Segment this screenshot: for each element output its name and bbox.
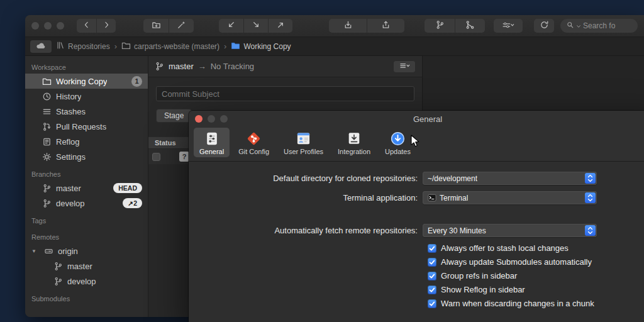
sliders-icon (501, 21, 515, 31)
dropdown-value: ~/development (428, 174, 477, 183)
dropdown-select[interactable]: Terminal (423, 191, 597, 204)
sidebar-branch-master[interactable]: master HEAD (25, 180, 148, 196)
breadcrumb-repository[interactable]: carparts-website (master) (121, 42, 219, 52)
fetch-interval-dropdown: Automatically fetch remote repositories:… (189, 224, 644, 237)
search-input[interactable] (583, 21, 632, 30)
sidebar-badge: HEAD (113, 183, 142, 193)
dropdown-value: Every 30 Minutes (428, 226, 486, 235)
cloud-button[interactable] (30, 40, 52, 53)
pull-button[interactable] (219, 19, 243, 33)
wand-icon (177, 20, 186, 31)
add-repository-button[interactable] (143, 19, 169, 33)
refresh-button[interactable] (534, 19, 554, 33)
file-checkbox[interactable] (152, 153, 160, 161)
checkbox-update-submodules[interactable]: Always update Submodules automatically (428, 257, 644, 267)
breadcrumb-separator: › (114, 42, 117, 51)
minimize-window-button[interactable] (44, 22, 52, 30)
fetch-button[interactable] (243, 19, 268, 33)
view-options-button[interactable] (494, 19, 523, 33)
breadcrumb-repositories[interactable]: Repositories (56, 41, 110, 52)
sidebar-item-stashes[interactable]: Stashes (25, 104, 148, 119)
sidebar-branch-develop[interactable]: develop ↗2 (25, 196, 148, 211)
dropdown-select[interactable]: ~/development (423, 172, 597, 185)
sidebar-badge: 1 (131, 76, 142, 87)
sidebar-item-pull-requests[interactable]: Pull Requests (25, 119, 148, 134)
tab-general[interactable]: General (194, 128, 230, 157)
sidebar-item-settings[interactable]: Settings (25, 149, 148, 164)
checkbox-checked-icon[interactable] (428, 272, 436, 280)
search-icon (566, 20, 574, 31)
sidebar-item-reflog[interactable]: Reflog (25, 134, 148, 149)
git-icon (246, 130, 262, 147)
forward-button[interactable] (96, 19, 116, 33)
sidebar-remote-origin[interactable]: origin (25, 243, 148, 258)
commit-subject-input[interactable] (156, 86, 414, 101)
push-button[interactable] (268, 19, 292, 33)
merge-button[interactable] (455, 19, 485, 33)
sidebar-remote-branch-develop[interactable]: develop (25, 274, 148, 289)
sidebar-item-history[interactable]: History (25, 89, 148, 104)
tab-integration[interactable]: Integration (332, 128, 376, 157)
desktop: Repositories › carparts-website (master)… (0, 0, 644, 322)
chevron-left-icon (82, 21, 91, 31)
integration-icon (347, 130, 362, 147)
dropdown-select[interactable]: Every 30 Minutes (423, 224, 597, 237)
discard-button[interactable] (367, 19, 404, 33)
stage-button[interactable]: Stage (156, 109, 192, 123)
sidebar-remote-branch-master[interactable]: master (25, 258, 148, 274)
checkbox-group-refs[interactable]: Group refs in sidebar (428, 271, 644, 280)
search-field[interactable] (560, 19, 638, 33)
refresh-icon (540, 20, 549, 31)
stash-button-group (329, 19, 404, 33)
folder-plus-icon (152, 20, 161, 31)
checkbox-warn-discard[interactable]: Warn when discarding changes in a chunk (428, 299, 644, 308)
dropdown-stepper-icon[interactable] (585, 225, 596, 236)
sidebar-section-branches: Branches (25, 164, 148, 180)
dialog-title: General (189, 114, 644, 124)
branch-bar: master → No Tracking (148, 56, 422, 77)
commit-options-button[interactable] (393, 60, 416, 73)
zoom-window-button[interactable] (57, 22, 64, 30)
dialog-titlebar[interactable]: General (189, 111, 644, 127)
checkbox-checked-icon[interactable] (428, 244, 436, 253)
clock-icon (42, 91, 52, 101)
menu-caret-icon (399, 62, 411, 72)
checkbox-stash-local-changes[interactable]: Always offer to stash local changes (428, 243, 644, 253)
folder-icon (121, 42, 131, 52)
repo-button-group (143, 19, 194, 33)
actions-button[interactable] (169, 19, 194, 33)
tab-user-profiles[interactable]: User Profiles (278, 128, 329, 157)
preferences-body: Default directory for cloned repositorie… (189, 162, 644, 308)
sidebar-section-remotes: Remotes (25, 227, 148, 243)
view-options-group (494, 19, 523, 33)
dropdown-value: Terminal (440, 194, 468, 203)
sidebar-section-tags: Tags (25, 211, 148, 227)
breadcrumb-working-copy[interactable]: Working Copy (231, 42, 291, 52)
stash-button[interactable] (329, 19, 367, 33)
tab-git-config[interactable]: Git Config (233, 128, 275, 157)
chevron-right-icon (103, 21, 111, 31)
branch-button[interactable] (425, 19, 455, 33)
untracked-status-badge: ? (179, 152, 189, 162)
back-button[interactable] (77, 19, 96, 33)
checkbox-show-reflog[interactable]: Show Reflog in sidebar (428, 285, 644, 294)
checkbox-checked-icon[interactable] (428, 258, 436, 267)
tracking-arrow: → (198, 62, 206, 71)
branch-icon (42, 183, 52, 193)
disclosure-triangle-icon[interactable] (31, 248, 39, 254)
box-up-icon (381, 20, 391, 31)
checkbox-group: Always offer to stash local changes Alwa… (189, 243, 644, 308)
refresh-group (534, 19, 554, 33)
dropdown-stepper-icon[interactable] (585, 192, 596, 203)
sidebar-item-working-copy[interactable]: Working Copy 1 (25, 74, 148, 89)
stash-icon (42, 106, 52, 116)
breadcrumb-separator: › (224, 42, 226, 51)
reflog-icon (42, 136, 52, 147)
sidebar: Workspace Working Copy 1 History (25, 56, 148, 317)
close-window-button[interactable] (31, 22, 39, 30)
current-branch-label: master (169, 62, 194, 71)
checkbox-checked-icon[interactable] (428, 299, 436, 308)
checkbox-checked-icon[interactable] (428, 286, 436, 294)
dropdown-stepper-icon[interactable] (585, 173, 596, 184)
cloud-icon (36, 42, 46, 51)
